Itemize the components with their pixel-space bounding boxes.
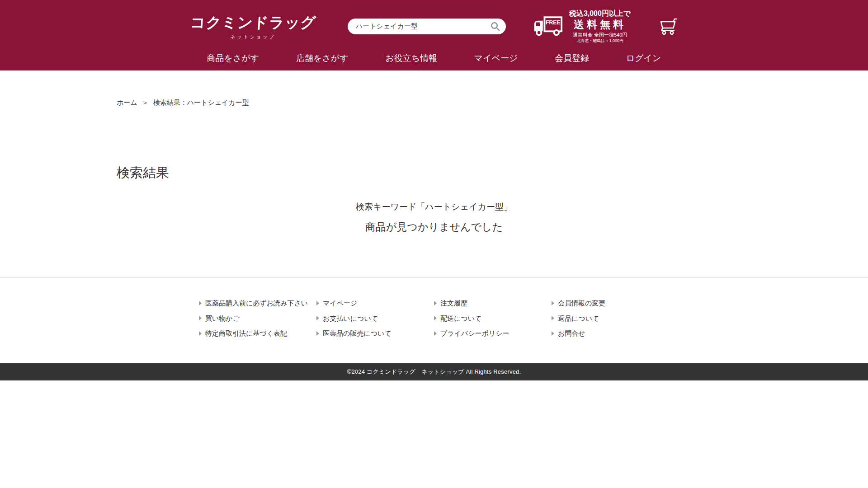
triangle-icon [434,301,437,305]
triangle-icon [552,316,554,320]
footer-link-member-info[interactable]: 会員情報の変更 [552,299,669,308]
header-top: コクミンドラッグ ネットショップ FREE 税込3,000円以上で 送料無料 [0,0,868,46]
free-shipping-banner: FREE 税込3,000円以上で 送料無料 通常料金 全国一律540円 北海道・… [533,9,631,44]
triangle-icon [199,316,202,320]
triangle-icon [316,301,319,305]
footer-link-commercial-law[interactable]: 特定商取引法に基づく表記 [199,329,316,338]
spacer [117,234,751,277]
shipping-text: 税込3,000円以上で 送料無料 通常料金 全国一律540円 北海道・離島は＋1… [569,9,631,44]
footer-link-label: 医薬品の販売について [323,329,392,338]
footer-link-order-history[interactable]: 注文履歴 [434,299,552,308]
triangle-icon [316,316,319,320]
shipping-remote-fee: 北海道・離島は＋1,000円 [569,38,631,43]
shipping-threshold: 税込3,000円以上で [569,9,631,18]
nav-item-products[interactable]: 商品をさがす [207,52,259,64]
breadcrumb-current: 検索結果：ハートシェイカー型 [153,99,249,107]
main-content: 検索結果 検索キーワード「ハートシェイカー型」 商品が見つかりませんでした [117,164,751,277]
footer-link-label: 注文履歴 [440,299,467,308]
triangle-icon [316,331,319,336]
shipping-free-label: 送料無料 [569,18,631,31]
footer-column-4: 会員情報の変更 返品について お問合せ [552,299,669,338]
site-logo[interactable]: コクミンドラッグ ネットショップ [190,13,316,40]
footer-link-label: 会員情報の変更 [558,299,605,308]
delivery-truck-icon: FREE [533,16,563,37]
footer-link-privacy-policy[interactable]: プライバシーポリシー [434,329,552,338]
footer-links: 医薬品購入前に必ずお読み下さい 買い物かご 特定商取引法に基づく表記 マイページ… [0,277,868,363]
nav-item-register[interactable]: 会員登録 [555,52,589,64]
footer-link-returns[interactable]: 返品について [552,314,669,323]
shipping-normal-fee: 通常料金 全国一律540円 [569,32,631,38]
triangle-icon [552,331,554,336]
cart-icon[interactable] [659,17,678,35]
footer-link-label: プライバシーポリシー [440,329,509,338]
footer-link-label: 返品について [558,314,599,323]
truck-free-badge: FREE [546,19,561,26]
footer-link-delivery[interactable]: 配送について [434,314,552,323]
footer-link-label: マイページ [323,299,357,308]
triangle-icon [434,331,437,336]
footer-link-label: お問合せ [558,329,585,338]
logo-subtitle: ネットショップ [190,34,316,40]
triangle-icon [552,301,554,305]
footer-link-label: 特定商取引法に基づく表記 [205,329,287,338]
nav-item-useful-info[interactable]: お役立ち情報 [385,52,437,64]
nav-item-mypage[interactable]: マイページ [474,52,518,64]
search-keyword-line: 検索キーワード「ハートシェイカー型」 [117,201,751,213]
breadcrumb: ホーム ＞ 検索結果：ハートシェイカー型 [117,70,751,107]
footer-link-cart[interactable]: 買い物かご [199,314,316,323]
footer-column-3: 注文履歴 配送について プライバシーポリシー [434,299,552,338]
footer-link-payment[interactable]: お支払いについて [316,314,434,323]
footer-column-1: 医薬品購入前に必ずお読み下さい 買い物かご 特定商取引法に基づく表記 [199,299,316,338]
site-footer: 医薬品購入前に必ずお読み下さい 買い物かご 特定商取引法に基づく表記 マイページ… [0,277,868,488]
search-input[interactable] [348,19,506,34]
main-nav: 商品をさがす 店舗をさがす お役立ち情報 マイページ 会員登録 ログイン [207,46,661,70]
copyright-bar: ©2024 コクミンドラッグ ネットショップ All Rights Reserv… [0,363,868,380]
triangle-icon [434,316,437,320]
breadcrumb-home-link[interactable]: ホーム [117,99,137,107]
nav-item-login[interactable]: ログイン [626,52,661,64]
footer-link-mypage[interactable]: マイページ [316,299,434,308]
footer-link-label: お支払いについて [323,314,378,323]
breadcrumb-separator: ＞ [142,99,149,107]
page-title: 検索結果 [117,164,751,182]
copyright-text: ©2024 コクミンドラッグ ネットショップ All Rights Reserv… [347,368,521,376]
bottom-whitespace [0,380,868,488]
footer-link-label: 配送について [440,314,481,323]
footer-link-label: 買い物かご [205,314,240,323]
footer-column-2: マイページ お支払いについて 医薬品の販売について [316,299,434,338]
search-icon[interactable] [490,21,500,32]
logo-title: コクミンドラッグ [189,13,316,33]
search-box [348,19,506,34]
footer-link-label: 医薬品購入前に必ずお読み下さい [205,299,308,308]
triangle-icon [199,331,202,336]
site-header: コクミンドラッグ ネットショップ FREE 税込3,000円以上で 送料無料 [0,0,868,70]
footer-link-drug-sales[interactable]: 医薬品の販売について [316,329,434,338]
footer-link-contact[interactable]: お問合せ [552,329,669,338]
no-results-message: 商品が見つかりませんでした [117,220,751,234]
nav-item-stores[interactable]: 店舗をさがす [296,52,349,64]
footer-link-drug-notice[interactable]: 医薬品購入前に必ずお読み下さい [199,299,316,308]
triangle-icon [199,301,202,305]
